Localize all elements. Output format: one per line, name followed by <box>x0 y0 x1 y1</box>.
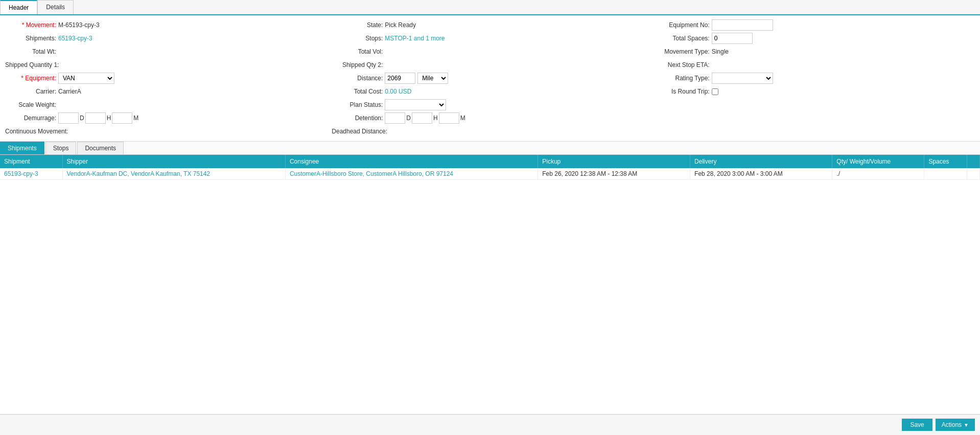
total-cost-label: Total Cost: <box>332 88 383 95</box>
plan-status-row: Plan Status: <box>332 99 648 110</box>
continuous-movement-row: Continuous Movement: <box>5 126 321 137</box>
state-row: State: Pick Ready <box>332 19 648 31</box>
movement-type-value: Single <box>712 48 729 55</box>
detention-label: Detention: <box>332 115 383 122</box>
col-extra <box>967 155 980 168</box>
demurrage-label: Demurrage: <box>5 115 56 122</box>
total-spaces-label: Total Spaces: <box>659 35 710 42</box>
cell-pickup: Feb 26, 2020 12:38 AM - 12:38 AM <box>538 168 690 180</box>
total-wt-row: Total Wt: <box>5 46 321 57</box>
shipments-row: Shipments: 65193-cpy-3 <box>5 33 321 44</box>
top-tab-bar: Header Details <box>0 0 980 15</box>
next-stop-eta-row: Next Stop ETA: <box>659 59 975 71</box>
tab-header[interactable]: Header <box>0 0 37 14</box>
plan-status-label: Plan Status: <box>332 101 383 108</box>
demurrage-h-input[interactable] <box>85 112 106 124</box>
cell-consignee: CustomerA-Hillsboro Store, CustomerA Hil… <box>285 168 538 180</box>
total-cost-row: Total Cost: 0.00 USD <box>332 86 648 97</box>
shipped-qty2-row: Shipped Qty 2: <box>332 59 648 71</box>
demurrage-row: Demurrage: D H M <box>5 112 321 124</box>
total-spaces-input[interactable] <box>712 33 753 44</box>
rating-type-row: Rating Type: <box>659 73 975 84</box>
movement-row: Movement: M-65193-cpy-3 <box>5 19 321 31</box>
cell-delivery: Feb 28, 2020 3:00 AM - 3:00 AM <box>690 168 832 180</box>
detention-h-input[interactable] <box>412 112 432 124</box>
rating-type-label: Rating Type: <box>659 75 710 82</box>
movement-value: M-65193-cpy-3 <box>58 21 100 29</box>
carrier-value: CarrierA <box>58 88 81 95</box>
shipped-qty2-label: Shipped Qty 2: <box>332 61 383 68</box>
detention-d-input[interactable] <box>385 112 405 124</box>
shipped-qty1-row: Shipped Quantity 1: <box>5 59 321 71</box>
col-spaces: Spaces <box>924 155 967 168</box>
cell-extra <box>967 168 980 180</box>
equipment-no-input[interactable] <box>712 19 773 31</box>
form-col-3: Equipment No: Total Spaces: Movement Typ… <box>659 19 975 137</box>
scale-weight-row: Scale Weight: <box>5 99 321 110</box>
state-value: Pick Ready <box>385 21 416 29</box>
is-round-trip-label: Is Round Trip: <box>659 88 710 95</box>
table-header-row: Shipment Shipper Consignee Pickup Delive… <box>0 155 980 168</box>
total-wt-label: Total Wt: <box>5 48 56 55</box>
equipment-label: Equipment: <box>5 75 56 82</box>
is-round-trip-checkbox[interactable] <box>712 88 718 95</box>
equipment-no-row: Equipment No: <box>659 19 975 31</box>
shipments-link[interactable]: 65193-cpy-3 <box>58 35 92 42</box>
distance-input[interactable] <box>385 73 415 84</box>
col-shipper: Shipper <box>62 155 285 168</box>
continuous-movement-label: Continuous Movement: <box>5 128 68 135</box>
tab-shipments[interactable]: Shipments <box>0 142 44 154</box>
total-vol-label: Total Vol: <box>332 48 383 55</box>
tab-documents[interactable]: Documents <box>77 142 124 154</box>
plan-status-select[interactable] <box>385 99 446 110</box>
state-label: State: <box>332 21 383 29</box>
deadhead-label: Deadhead Distance: <box>332 128 387 135</box>
demurrage-d-input[interactable] <box>58 112 79 124</box>
shipments-table: Shipment Shipper Consignee Pickup Delive… <box>0 155 980 180</box>
total-cost-value[interactable]: 0.00 USD <box>385 88 411 95</box>
deadhead-row: Deadhead Distance: <box>332 126 648 137</box>
tab-stops[interactable]: Stops <box>45 142 77 154</box>
cell-qty-weight-volume: ./ <box>832 168 924 180</box>
total-spaces-row: Total Spaces: <box>659 33 975 44</box>
cell-spaces <box>924 168 967 180</box>
consignee-link[interactable]: CustomerA-Hillsboro Store, CustomerA Hil… <box>290 170 453 177</box>
detention-group: D H M <box>385 112 465 124</box>
equipment-no-label: Equipment No: <box>659 21 710 29</box>
rating-type-select[interactable] <box>712 73 773 84</box>
cell-shipper: VendorA-Kaufman DC, VendorA Kaufman, TX … <box>62 168 285 180</box>
table-row: 65193-cpy-3 VendorA-Kaufman DC, VendorA … <box>0 168 980 180</box>
stops-link[interactable]: MSTOP-1 and 1 more <box>385 35 445 42</box>
detention-m-input[interactable] <box>439 112 459 124</box>
header-form: Movement: M-65193-cpy-3 Shipments: 65193… <box>0 15 980 142</box>
shipped-qty1-label: Shipped Quantity 1: <box>5 61 59 68</box>
scale-weight-label: Scale Weight: <box>5 101 56 108</box>
shipment-link[interactable]: 65193-cpy-3 <box>4 170 38 177</box>
carrier-row: Carrier: CarrierA <box>5 86 321 97</box>
carrier-label: Carrier: <box>5 88 56 95</box>
form-col-2: State: Pick Ready Stops: MSTOP-1 and 1 m… <box>332 19 648 137</box>
tab-details[interactable]: Details <box>37 0 74 14</box>
movement-type-row: Movement Type: Single <box>659 46 975 57</box>
total-vol-row: Total Vol: <box>332 46 648 57</box>
next-stop-eta-label: Next Stop ETA: <box>659 61 710 68</box>
shipments-label: Shipments: <box>5 35 56 42</box>
shipments-table-container: Shipment Shipper Consignee Pickup Delive… <box>0 155 980 180</box>
demurrage-group: D H M <box>58 112 138 124</box>
distance-unit-select[interactable]: Mile <box>417 73 448 84</box>
distance-label: Distance: <box>332 75 383 82</box>
col-shipment: Shipment <box>0 155 62 168</box>
shipper-link[interactable]: VendorA-Kaufman DC, VendorA Kaufman, TX … <box>67 170 211 177</box>
distance-row: Distance: Mile <box>332 73 648 84</box>
equipment-row: Equipment: VAN <box>5 73 321 84</box>
sub-tab-bar: Shipments Stops Documents <box>0 142 980 155</box>
form-col-1: Movement: M-65193-cpy-3 Shipments: 65193… <box>5 19 321 137</box>
demurrage-m-input[interactable] <box>112 112 132 124</box>
movement-type-label: Movement Type: <box>659 48 710 55</box>
col-delivery: Delivery <box>690 155 832 168</box>
detention-row: Detention: D H M <box>332 112 648 124</box>
col-consignee: Consignee <box>285 155 538 168</box>
is-round-trip-row: Is Round Trip: <box>659 86 975 97</box>
equipment-select[interactable]: VAN <box>58 73 114 84</box>
cell-shipment: 65193-cpy-3 <box>0 168 62 180</box>
